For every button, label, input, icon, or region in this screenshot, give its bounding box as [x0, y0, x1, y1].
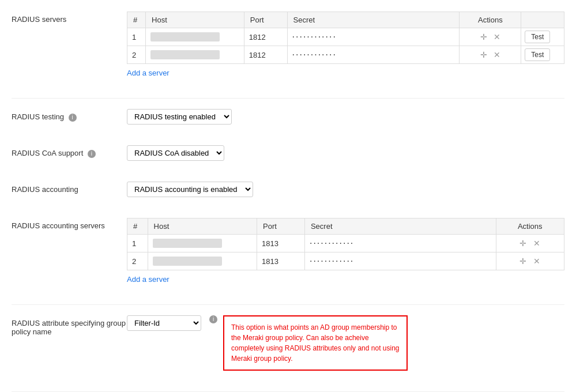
radius-coa-label: RADIUS CoA support i	[12, 145, 127, 158]
test-button[interactable]: Test	[525, 48, 550, 61]
row-port: 1813	[257, 235, 305, 252]
row-actions: ✛ ✕	[496, 235, 564, 252]
remove-button[interactable]: ✕	[491, 49, 503, 61]
table-row: 1 1813 ············ ✛ ✕	[127, 235, 564, 252]
row-port: 1812	[244, 28, 287, 46]
info-icon[interactable]: i	[88, 150, 96, 158]
radius-servers-table: # Host Port Secret Actions 1 1812 ······…	[127, 12, 564, 64]
remove-button[interactable]: ✕	[531, 255, 543, 267]
row-num: 1	[127, 235, 148, 252]
row-secret: ············	[304, 235, 496, 252]
row-port: 1813	[257, 252, 305, 270]
col-header-secret: Secret	[287, 12, 460, 28]
row-secret: ············	[287, 46, 460, 64]
row-secret: ············	[287, 28, 460, 46]
radius-servers-content: # Host Port Secret Actions 1 1812 ······…	[127, 12, 564, 77]
table-row: 1 1812 ············ ✛ ✕ Test	[127, 28, 564, 46]
radius-accounting-servers-table: # Host Port Secret Actions 1 1813 ······…	[127, 218, 564, 270]
table-row: 2 1813 ············ ✛ ✕	[127, 252, 564, 270]
radius-attribute-label: RADIUS attribute specifying group policy…	[12, 315, 127, 336]
row-host	[148, 235, 257, 252]
add-accounting-server-link[interactable]: Add a server	[127, 275, 170, 284]
row-host	[148, 252, 257, 270]
radius-accounting-select[interactable]: RADIUS accounting is enabled RADIUS acco…	[127, 182, 253, 197]
host-placeholder	[150, 32, 220, 42]
divider	[12, 98, 564, 99]
divider	[12, 304, 564, 305]
remove-button[interactable]: ✕	[531, 238, 543, 249]
test-cell: Test	[521, 46, 564, 64]
info-icon[interactable]: i	[209, 315, 217, 323]
secret-value: ············	[292, 32, 337, 42]
radius-attribute-select[interactable]: Filter-Id Reply-Message	[127, 315, 201, 331]
row-host	[146, 28, 244, 46]
radius-coa-section: RADIUS CoA support i RADIUS CoA disabled…	[12, 145, 564, 171]
row-num: 1	[127, 28, 146, 46]
radius-servers-label: RADIUS servers	[12, 12, 127, 24]
radius-accounting-servers-label: RADIUS accounting servers	[12, 218, 127, 230]
row-host	[146, 46, 244, 64]
col-header-port: Port	[257, 218, 305, 235]
radius-attribute-content: Filter-Id Reply-Message i This option is…	[127, 315, 564, 371]
row-port: 1812	[244, 46, 287, 64]
filter-row: Filter-Id Reply-Message i This option is…	[127, 315, 564, 371]
row-secret: ············	[304, 252, 496, 270]
secret-value: ············	[292, 50, 337, 59]
row-actions: ✛ ✕	[460, 46, 521, 64]
col-header-actions: Actions	[460, 12, 521, 28]
host-placeholder	[153, 239, 222, 248]
radius-accounting-servers-section: RADIUS accounting servers # Host Port Se…	[12, 218, 564, 294]
host-placeholder	[150, 50, 220, 59]
test-button[interactable]: Test	[525, 31, 550, 43]
col-header-host: Host	[148, 218, 257, 235]
col-header-port: Port	[244, 12, 287, 28]
radius-accounting-servers-content: # Host Port Secret Actions 1 1813 ······…	[127, 218, 564, 284]
radius-testing-content: RADIUS testing enabled RADIUS testing di…	[127, 109, 564, 125]
table-row: 2 1812 ············ ✛ ✕ Test	[127, 46, 564, 64]
radius-accounting-section: RADIUS accounting RADIUS accounting is e…	[12, 182, 564, 208]
radius-testing-section: RADIUS testing i RADIUS testing enabled …	[12, 109, 564, 135]
col-header-num: #	[127, 12, 146, 28]
host-placeholder	[153, 257, 222, 266]
move-button[interactable]: ✛	[478, 49, 490, 61]
remove-button[interactable]: ✕	[491, 31, 503, 43]
col-header-test	[521, 12, 564, 28]
radius-testing-select[interactable]: RADIUS testing enabled RADIUS testing di…	[127, 109, 232, 125]
col-header-actions: Actions	[496, 218, 564, 235]
radius-attribute-section: RADIUS attribute specifying group policy…	[12, 315, 564, 381]
info-icon[interactable]: i	[69, 114, 77, 122]
radius-accounting-label: RADIUS accounting	[12, 182, 127, 194]
row-actions: ✛ ✕	[460, 28, 521, 46]
col-header-num: #	[127, 218, 148, 235]
radius-testing-label: RADIUS testing i	[12, 109, 127, 122]
move-button[interactable]: ✛	[517, 238, 529, 249]
col-header-secret: Secret	[304, 218, 496, 235]
row-actions: ✛ ✕	[496, 252, 564, 270]
add-server-link[interactable]: Add a server	[127, 69, 170, 77]
test-cell: Test	[521, 28, 564, 46]
tooltip-box: This option is what points an AD group m…	[223, 315, 408, 371]
radius-coa-content: RADIUS CoA disabled RADIUS CoA enabled	[127, 145, 564, 161]
row-num: 2	[127, 46, 146, 64]
move-button[interactable]: ✛	[478, 31, 490, 43]
secret-value: ············	[310, 256, 354, 266]
radius-servers-section: RADIUS servers # Host Port Secret Action…	[12, 12, 564, 88]
radius-coa-select[interactable]: RADIUS CoA disabled RADIUS CoA enabled	[127, 145, 224, 161]
col-header-host: Host	[146, 12, 244, 28]
secret-value: ············	[310, 238, 354, 248]
radius-accounting-content: RADIUS accounting is enabled RADIUS acco…	[127, 182, 564, 197]
row-num: 2	[127, 252, 148, 270]
move-button[interactable]: ✛	[517, 255, 529, 267]
